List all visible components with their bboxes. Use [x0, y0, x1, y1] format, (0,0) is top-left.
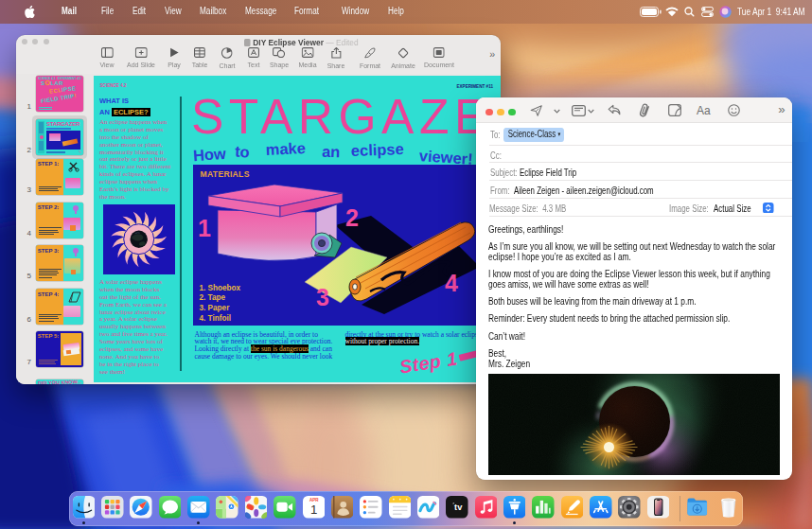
svg-text:3: 3: [316, 284, 329, 310]
svg-text:2: 2: [345, 204, 359, 231]
svg-text:4: 4: [445, 270, 458, 296]
svg-text:1: 1: [198, 215, 211, 241]
svg-text:tv: tv: [454, 503, 463, 513]
svg-text:1: 1: [310, 503, 317, 517]
